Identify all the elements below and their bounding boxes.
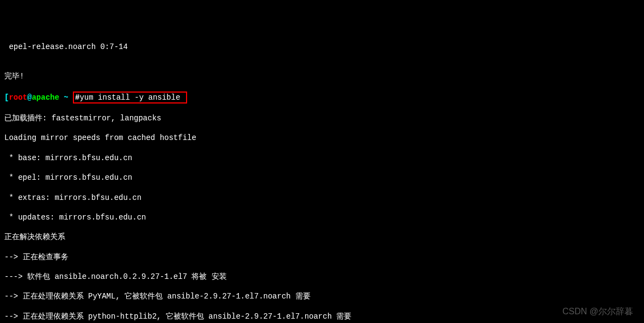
terminal-line: Loading mirror speeds from cached hostfi… <box>4 133 640 143</box>
terminal-line: --> 正在处理依赖关系 python-httplib2, 它被软件包 ansi… <box>4 312 640 321</box>
terminal-line: 完毕! <box>4 71 640 81</box>
terminal-line: --> 正在处理依赖关系 PyYAML, 它被软件包 ansible-2.9.2… <box>4 291 640 301</box>
prompt-path: ~ <box>59 93 73 102</box>
terminal-line: * updates: mirrors.bfsu.edu.cn <box>4 212 640 222</box>
terminal-line: * epel: mirrors.bfsu.edu.cn <box>4 173 640 182</box>
terminal-line: * extras: mirrors.bfsu.edu.cn <box>4 193 640 203</box>
prompt-host: apache <box>32 93 59 102</box>
prompt-line: [root@apache ~ #yum install -y ansible <box>4 92 640 103</box>
terminal-line: 已加载插件: fastestmirror, langpacks <box>4 113 640 123</box>
terminal-line: * base: mirrors.bfsu.edu.cn <box>4 153 640 163</box>
terminal-line: ---> 软件包 ansible.noarch.0.2.9.27-1.el7 将… <box>4 272 640 282</box>
watermark: CSDN @尔尔辞暮 <box>562 306 633 318</box>
prompt-user: root <box>9 93 27 102</box>
terminal-line: epel-release.noarch 0:7-14 <box>4 42 640 52</box>
terminal-line: --> 正在检查事务 <box>4 252 640 262</box>
command-text[interactable]: yum install -y ansible <box>79 93 184 102</box>
command-highlight-box: #yum install -y ansible <box>73 92 187 103</box>
terminal-line: 正在解决依赖关系 <box>4 232 640 242</box>
